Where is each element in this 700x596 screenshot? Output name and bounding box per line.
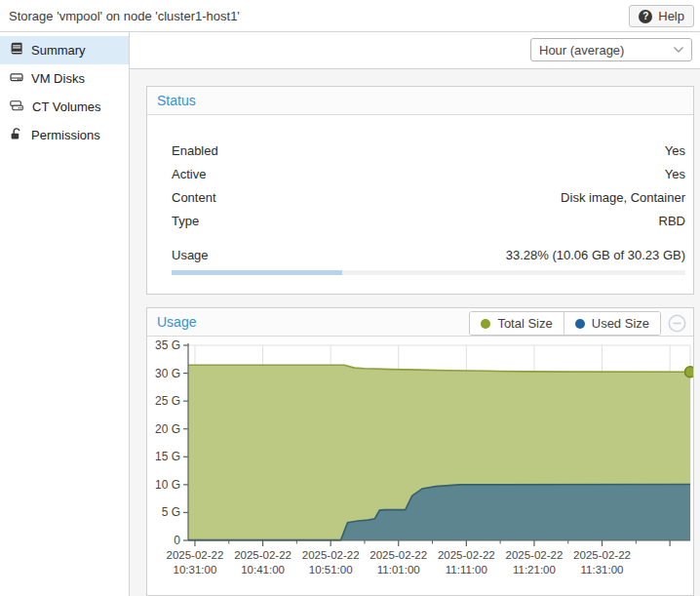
legend-used-size-button[interactable]: Used Size <box>564 312 660 335</box>
usage-panel-header: Usage Total Size Used Size <box>147 308 693 337</box>
row-label: Type <box>172 210 199 233</box>
page-title: Storage 'vmpool' on node 'cluster1-host1… <box>0 9 240 23</box>
status-row-active: Active Yes <box>147 163 693 186</box>
legend-label: Total Size <box>497 316 552 331</box>
row-value: Yes <box>665 163 685 186</box>
sidebar-item-summary[interactable]: Summary <box>0 36 129 64</box>
total-size-dot-icon <box>481 319 490 329</box>
sidebar-item-vm-disks[interactable]: VM Disks <box>0 64 129 93</box>
svg-text:20 G: 20 G <box>155 422 180 436</box>
svg-text:2025-02-22: 2025-02-22 <box>167 549 224 561</box>
usage-panel-title: Usage <box>157 314 196 330</box>
status-panel-title: Status <box>157 93 196 108</box>
usage-progressbar <box>172 270 685 275</box>
circle-minus-icon <box>668 314 686 333</box>
svg-text:10 G: 10 G <box>155 478 180 492</box>
svg-text:2025-02-22: 2025-02-22 <box>234 549 292 561</box>
status-panel-body: Enabled Yes Active Yes Content Disk imag… <box>147 115 693 275</box>
sidebar: Summary VM Disks CT Volumes Permissions <box>0 32 130 596</box>
book-icon <box>10 42 23 59</box>
legend-total-size-button[interactable]: Total Size <box>470 312 563 335</box>
content-area: Hour (average) Status Enabled Yes Active… <box>130 32 700 596</box>
hdd-icon <box>10 70 23 87</box>
svg-text:0: 0 <box>174 534 180 547</box>
svg-text:2025-02-22: 2025-02-22 <box>369 549 427 561</box>
row-value: RBD <box>659 210 685 233</box>
row-value: 33.28% (10.06 GB of 30.23 GB) <box>506 244 685 267</box>
svg-text:10:41:00: 10:41:00 <box>241 564 285 576</box>
svg-text:11:21:00: 11:21:00 <box>513 564 556 576</box>
toolbar: Hour (average) <box>130 32 700 69</box>
sidebar-item-ct-volumes[interactable]: CT Volumes <box>0 93 129 121</box>
svg-text:25 G: 25 G <box>155 394 180 408</box>
row-label: Active <box>172 163 206 186</box>
svg-text:30 G: 30 G <box>155 367 180 380</box>
svg-text:11:11:00: 11:11:00 <box>446 564 487 576</box>
storage-summary-page: Storage 'vmpool' on node 'cluster1-host1… <box>0 0 700 596</box>
sidebar-item-label: VM Disks <box>31 71 85 86</box>
svg-text:15 G: 15 G <box>155 450 180 463</box>
row-label: Enabled <box>172 139 218 163</box>
chevron-down-icon <box>673 46 684 54</box>
svg-text:10:51:00: 10:51:00 <box>309 564 353 576</box>
usage-chart[interactable]: 05 G10 G15 G20 G25 G30 G35 G2025-02-2210… <box>148 339 693 585</box>
legend-label: Used Size <box>592 316 649 331</box>
collapse-panel-button[interactable] <box>668 314 686 333</box>
usage-panel: Usage Total Size Used Size 05 G10 G15 <box>146 307 694 596</box>
status-row-content: Content Disk image, Container <box>147 186 693 210</box>
row-label: Content <box>172 186 216 210</box>
timeframe-select-value: Hour (average) <box>539 43 624 58</box>
svg-text:11:31:00: 11:31:00 <box>581 564 624 576</box>
status-row-usage: Usage 33.28% (10.06 GB of 30.23 GB) <box>147 244 693 267</box>
status-panel-header: Status <box>147 87 693 115</box>
sidebar-item-permissions[interactable]: Permissions <box>0 121 129 149</box>
question-circle-icon: ? <box>639 10 652 23</box>
help-button-label: Help <box>658 9 684 23</box>
unlock-icon <box>10 127 23 143</box>
svg-text:2025-02-22: 2025-02-22 <box>438 549 495 561</box>
row-value: Yes <box>665 139 685 163</box>
svg-text:2025-02-22: 2025-02-22 <box>506 549 564 561</box>
page-header: Storage 'vmpool' on node 'cluster1-host1… <box>0 0 700 32</box>
usage-progressbar-fill <box>172 270 342 275</box>
help-button[interactable]: ? Help <box>629 5 694 27</box>
sidebar-item-label: Permissions <box>31 128 100 142</box>
status-panel: Status Enabled Yes Active Yes Content Di… <box>146 86 694 295</box>
sidebar-item-label: Summary <box>31 43 86 58</box>
row-value: Disk image, Container <box>561 186 685 210</box>
usage-chart-area: 05 G10 G15 G20 G25 G30 G35 G2025-02-2210… <box>147 338 693 595</box>
row-label: Usage <box>172 244 209 267</box>
status-row-type: Type RBD <box>147 210 693 233</box>
svg-text:5 G: 5 G <box>162 505 180 519</box>
svg-text:35 G: 35 G <box>155 339 180 352</box>
sidebar-item-label: CT Volumes <box>32 99 101 114</box>
timeframe-select[interactable]: Hour (average) <box>530 38 692 61</box>
volumes-icon <box>10 99 24 115</box>
used-size-dot-icon <box>575 319 585 329</box>
svg-text:10:31:00: 10:31:00 <box>174 564 217 576</box>
svg-text:11:01:00: 11:01:00 <box>377 564 420 576</box>
svg-text:2025-02-22: 2025-02-22 <box>302 549 360 561</box>
svg-text:2025-02-22: 2025-02-22 <box>573 549 631 561</box>
status-row-enabled: Enabled Yes <box>147 139 693 163</box>
chart-legend: Total Size Used Size <box>469 311 661 336</box>
